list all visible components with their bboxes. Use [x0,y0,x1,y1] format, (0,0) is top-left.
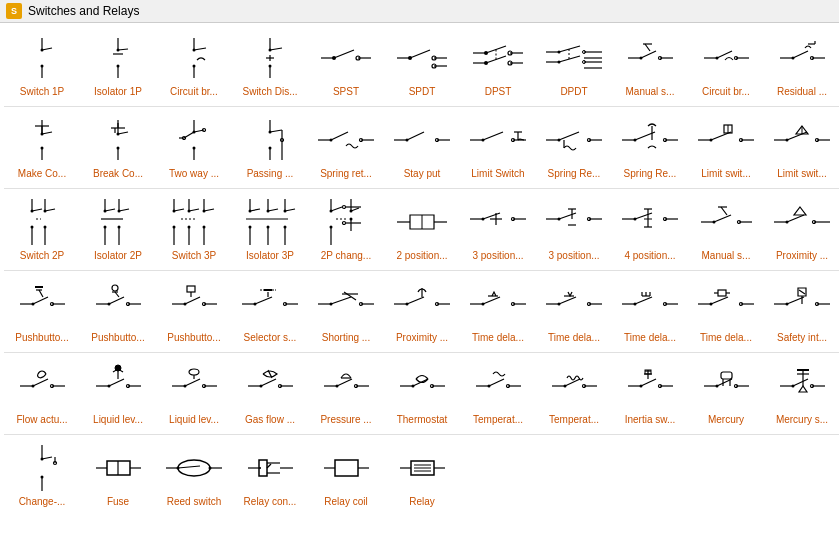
pushbutto2-cell[interactable]: Pushbutto... [80,273,156,350]
svg-point-349 [115,365,121,371]
safetyint-cell[interactable]: Safety int... [764,273,839,350]
dpdt-symbol [542,32,606,84]
passing-symbol [238,114,302,166]
window-title: Switches and Relays [28,4,139,18]
4position-cell[interactable]: 4 position... [612,191,688,268]
svg-point-89 [117,147,120,150]
twoway-cell[interactable]: Two way ... [156,109,232,186]
change-cell[interactable]: Change-... [4,437,80,514]
svg-point-113 [330,139,333,142]
circuitbr2-cell[interactable]: Circuit br... [688,27,764,104]
makeco-cell[interactable]: Make Co... [4,109,80,186]
svg-point-355 [189,369,199,375]
breakco-cell[interactable]: Break Co... [80,109,156,186]
isolator3p-cell[interactable]: Isolator 3P [232,191,308,268]
dpst-cell[interactable]: DPST [460,27,536,104]
makeco-symbol [10,114,74,166]
switch1p-symbol [10,32,74,84]
selectors-label: Selector s... [234,332,306,343]
pressure-cell[interactable]: Pressure ... [308,355,384,432]
svg-point-282 [183,303,186,306]
springre2-cell[interactable]: Spring Re... [612,109,688,186]
svg-point-266 [31,303,34,306]
proximity1-cell[interactable]: Proximity ... [764,191,839,268]
svg-point-382 [563,385,566,388]
reedswitch-cell[interactable]: Reed switch [156,437,232,514]
springret-symbol [314,114,378,166]
stayput-cell[interactable]: Stay put [384,109,460,186]
safetyint-label: Safety int... [766,332,838,343]
selectors-cell[interactable]: Selector s... [232,273,308,350]
pushbutto2-symbol [86,278,150,330]
manuals1-cell[interactable]: Manual s... [612,27,688,104]
gasflow-label: Gas flow ... [234,414,306,425]
relaycon-label: Relay con... [234,496,306,507]
2position-cell[interactable]: 2 position... [384,191,460,268]
pushbutto3-cell[interactable]: Pushbutto... [156,273,232,350]
shorting-cell[interactable]: Shorting ... [308,273,384,350]
spst-cell[interactable]: SPST [308,27,384,104]
limitswit2-cell[interactable]: Limit swit... [764,109,839,186]
residual-cell[interactable]: Residual ... [764,27,839,104]
2pchang-cell[interactable]: 2P chang... [308,191,384,268]
symbol-grid: Switch 1P Isolator 1P [0,23,839,530]
svg-line-112 [331,132,348,140]
inertiasw-cell[interactable]: Inertia sw... [612,355,688,432]
passing-cell[interactable]: Passing ... [232,109,308,186]
liquidlev2-symbol [162,360,226,412]
manuals2-cell[interactable]: Manual s... [688,191,764,268]
switch1p-cell[interactable]: Switch 1P [4,27,80,104]
isolator1p-symbol [86,32,150,84]
svg-line-209 [331,207,342,211]
circuitbr1-cell[interactable]: Circuit br... [156,27,232,104]
isolator1p-cell[interactable]: Isolator 1P [80,27,156,104]
3position1-cell[interactable]: 3 position... [460,191,536,268]
dpdt-cell[interactable]: DPDT [536,27,612,104]
svg-point-157 [31,226,34,229]
liquidlev2-cell[interactable]: Liquid lev... [156,355,232,432]
timedela4-label: Time dela... [690,332,762,343]
relaycon-cell[interactable]: Relay con... [232,437,308,514]
svg-point-372 [411,385,414,388]
temperat2-cell[interactable]: Temperat... [536,355,612,432]
svg-point-183 [188,210,191,213]
2pchang-label: 2P chang... [310,250,382,261]
3position2-cell[interactable]: 3 position... [536,191,612,268]
flowactu-cell[interactable]: Flow actu... [4,355,80,432]
switchdis-cell[interactable]: Switch Dis... [232,27,308,104]
fuse-cell[interactable]: Fuse [80,437,156,514]
timedela3-cell[interactable]: Time dela... [612,273,688,350]
liquidlev1-cell[interactable]: Liquid lev... [80,355,156,432]
isolator2p-cell[interactable]: Isolator 2P [80,191,156,268]
relaycoil-cell[interactable]: Relay coil [308,437,384,514]
timedela4-cell[interactable]: Time dela... [688,273,764,350]
svg-line-228 [483,213,500,219]
temperat1-cell[interactable]: Temperat... [460,355,536,432]
limitswitch-cell[interactable]: Limit Switch [460,109,536,186]
svg-line-288 [255,297,272,304]
limitswit1-symbol [694,114,758,166]
proximity2-cell[interactable]: Proximity ... [384,273,460,350]
pushbutto1-cell[interactable]: Pushbutto... [4,273,80,350]
limitswit1-cell[interactable]: Limit swit... [688,109,764,186]
svg-point-396 [715,385,718,388]
svg-line-352 [185,379,200,386]
spdt-cell[interactable]: SPDT [384,27,460,104]
svg-point-56 [558,61,561,64]
proximity1-symbol [770,196,834,248]
pushbutto2-label: Pushbutto... [82,332,154,343]
springret-cell[interactable]: Spring ret... [308,109,384,186]
relay-cell[interactable]: Relay [384,437,460,514]
timedela2-cell[interactable]: Time dela... [536,273,612,350]
residual-label: Residual ... [766,86,838,97]
gasflow-cell[interactable]: Gas flow ... [232,355,308,432]
timedela1-cell[interactable]: Time dela... [460,273,536,350]
mercurys-cell[interactable]: Mercury s... [764,355,839,432]
svg-marker-262 [794,207,806,215]
empty-2 [536,437,612,514]
switch2p-cell[interactable]: Switch 2P [4,191,80,268]
thermostat-cell[interactable]: Thermostat [384,355,460,432]
switch3p-cell[interactable]: Switch 3P [156,191,232,268]
mercury-cell[interactable]: Mercury [688,355,764,432]
springre1-cell[interactable]: Spring Re... [536,109,612,186]
